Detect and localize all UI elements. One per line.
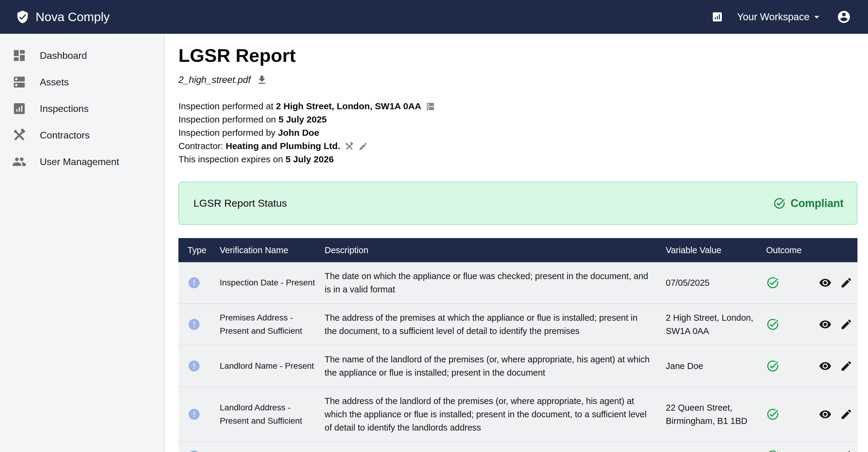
table-row: Inspection Date - Present The date on wh… — [179, 262, 858, 304]
sidebar-item-user-management[interactable]: User Management — [0, 148, 164, 175]
variable-value: Jane Doe — [666, 359, 766, 373]
detail-performed-by: Inspection performed by John Doe — [179, 126, 868, 139]
table-row: Engineer Name — [179, 442, 858, 452]
sidebar-item-contractors[interactable]: Contractors — [0, 122, 164, 148]
sidebar-item-assets[interactable]: Assets — [0, 69, 164, 95]
status-badge: Compliant — [773, 197, 844, 210]
edit-icon[interactable] — [840, 450, 852, 452]
outcome-pass-icon — [766, 318, 819, 331]
report-file-name: 2_high_street.pdf — [179, 75, 251, 85]
check-circle-icon — [773, 197, 786, 210]
assets-icon — [12, 75, 27, 89]
sidebar-item-label: User Management — [40, 156, 119, 167]
info-type-icon — [179, 449, 220, 452]
verification-name: Premises Address - Present and Sufficien… — [220, 311, 324, 338]
table-row: Landlord Name - Present The name of the … — [179, 345, 858, 387]
edit-contractor-icon[interactable] — [358, 142, 368, 151]
brand-label: Nova Comply — [36, 10, 110, 24]
page-title: LGSR Report — [179, 45, 868, 66]
col-header-verification-name: Verification Name — [220, 245, 324, 255]
edit-icon[interactable] — [840, 408, 852, 421]
inspections-icon — [12, 102, 27, 116]
verification-name: Landlord Address - Present and Sufficien… — [220, 401, 324, 428]
status-banner-title: LGSR Report Status — [193, 197, 287, 209]
col-header-type: Type — [179, 245, 220, 255]
inspection-details: Inspection performed at 2 High Street, L… — [179, 100, 868, 166]
variable-value: 07/05/2025 — [666, 276, 766, 289]
table-row: Premises Address - Present and Sufficien… — [179, 304, 858, 345]
col-header-description: Description — [324, 245, 666, 255]
outcome-pass-icon — [766, 449, 819, 452]
brand[interactable]: Nova Comply — [16, 10, 110, 24]
sidebar-item-label: Dashboard — [40, 50, 87, 61]
verification-name: Landlord Name - Present — [220, 359, 324, 373]
download-icon[interactable] — [256, 74, 268, 86]
variable-value: 2 High Street, London, SW1A 0AA — [666, 311, 766, 338]
outcome-pass-icon — [766, 359, 819, 373]
view-icon[interactable] — [819, 408, 832, 421]
view-icon[interactable] — [819, 360, 832, 372]
account-icon[interactable] — [837, 10, 851, 24]
sidebar-item-label: Inspections — [40, 103, 89, 114]
verification-description: The address of the premises at which the… — [324, 311, 666, 338]
shield-check-icon — [16, 10, 30, 24]
view-icon[interactable] — [819, 318, 832, 331]
col-header-variable-value: Variable Value — [666, 245, 766, 255]
table-header: Type Verification Name Description Varia… — [179, 238, 858, 262]
detail-performed-on: Inspection performed on 5 July 2025 — [179, 113, 868, 126]
verification-description: The name of the landlord of the premises… — [324, 353, 666, 379]
top-navbar: Nova Comply Your Workspace — [0, 0, 868, 34]
view-icon[interactable] — [819, 276, 832, 289]
asset-link-icon[interactable] — [426, 102, 435, 111]
users-icon — [12, 154, 27, 169]
info-type-icon — [179, 318, 220, 331]
variable-value: 22 Queen Street, Birmingham, B1 1BD — [666, 401, 766, 428]
edit-icon[interactable] — [840, 360, 852, 372]
sidebar-item-label: Assets — [40, 77, 69, 88]
detail-performed-at: Inspection performed at 2 High Street, L… — [179, 100, 868, 113]
sidebar: Dashboard Assets Inspections Contractors… — [0, 34, 164, 452]
chevron-down-icon — [811, 11, 823, 23]
analytics-icon[interactable] — [711, 11, 723, 23]
verification-description: The date on which the appliance or flue … — [324, 270, 666, 296]
workspace-menu[interactable]: Your Workspace — [737, 11, 823, 23]
detail-contractor: Contractor: Heating and Plumbing Ltd. — [179, 139, 868, 153]
outcome-pass-icon — [766, 276, 819, 289]
verification-name: Inspection Date - Present — [220, 276, 324, 289]
col-header-outcome: Outcome — [766, 245, 819, 255]
view-icon[interactable] — [819, 450, 832, 452]
main-content: LGSR Report 2_high_street.pdf Inspection… — [165, 34, 868, 452]
report-file-row: 2_high_street.pdf — [179, 74, 868, 86]
sidebar-item-dashboard[interactable]: Dashboard — [0, 42, 164, 69]
contractor-tools-icon[interactable] — [344, 142, 354, 151]
sidebar-item-inspections[interactable]: Inspections — [0, 95, 164, 122]
info-type-icon — [179, 408, 220, 421]
info-type-icon — [179, 276, 220, 289]
contractors-icon — [12, 128, 27, 142]
outcome-pass-icon — [766, 408, 819, 421]
info-type-icon — [179, 359, 220, 373]
edit-icon[interactable] — [840, 318, 852, 331]
verification-description: The address of the landlord of the premi… — [324, 394, 666, 434]
workspace-label: Your Workspace — [737, 11, 809, 23]
edit-icon[interactable] — [840, 276, 852, 289]
verification-table: Type Verification Name Description Varia… — [179, 238, 858, 452]
status-badge-label: Compliant — [790, 197, 844, 210]
dashboard-icon — [12, 48, 27, 63]
sidebar-item-label: Contractors — [40, 130, 90, 141]
verification-name: Engineer Name — [220, 449, 324, 452]
table-row: Landlord Address - Present and Sufficien… — [179, 387, 858, 442]
detail-expires-on: This inspection expires on 5 July 2026 — [179, 153, 868, 166]
status-banner: LGSR Report Status Compliant — [179, 182, 858, 225]
